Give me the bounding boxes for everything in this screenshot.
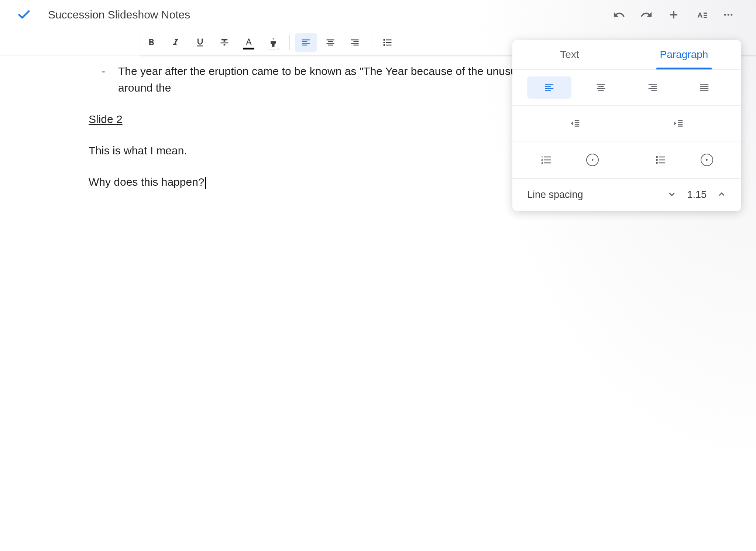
text-cursor — [205, 177, 206, 189]
line-spacing-increase-icon[interactable] — [717, 189, 726, 201]
bullet-dash: - — [89, 63, 118, 96]
header: Succession Slideshow Notes — [0, 0, 756, 30]
svg-point-10 — [383, 44, 385, 46]
italic-button[interactable] — [165, 33, 187, 52]
bulleted-list-button[interactable] — [655, 154, 667, 166]
align-left-button[interactable] — [295, 33, 317, 52]
svg-point-7 — [731, 14, 732, 16]
svg-point-6 — [728, 14, 729, 16]
svg-point-11 — [656, 156, 658, 158]
numbered-list-options-icon[interactable] — [586, 154, 599, 166]
highlight-button[interactable] — [262, 33, 284, 52]
bullet-list-button[interactable] — [377, 33, 399, 52]
increase-indent-button[interactable] — [630, 112, 726, 134]
strikethrough-button[interactable] — [213, 33, 236, 52]
svg-point-5 — [724, 14, 726, 16]
svg-point-12 — [656, 159, 658, 161]
align-center-button[interactable] — [319, 33, 341, 52]
undo-icon[interactable] — [613, 8, 625, 21]
panel-align-left[interactable] — [527, 76, 571, 99]
toolbar-divider — [371, 35, 371, 50]
text-color-button[interactable] — [238, 33, 260, 52]
redo-icon[interactable] — [640, 8, 653, 21]
tab-text[interactable]: Text — [512, 40, 627, 69]
line-spacing-value: 1.15 — [687, 189, 707, 201]
line-spacing-decrease-icon[interactable] — [667, 189, 677, 201]
panel-align-right[interactable] — [630, 76, 675, 99]
decrease-indent-button[interactable] — [527, 112, 623, 134]
document-title[interactable]: Succession Slideshow Notes — [48, 8, 190, 21]
bold-button[interactable] — [140, 33, 162, 52]
bulleted-list-options-icon[interactable] — [701, 154, 713, 166]
panel-align-center[interactable] — [579, 76, 623, 99]
svg-point-13 — [656, 162, 658, 164]
svg-point-8 — [383, 39, 385, 41]
done-check-icon[interactable] — [15, 7, 33, 22]
numbered-list-button[interactable] — [540, 154, 552, 166]
insert-icon[interactable] — [667, 8, 680, 21]
toolbar-divider — [289, 35, 290, 50]
tab-paragraph[interactable]: Paragraph — [627, 40, 741, 69]
underline-button[interactable] — [189, 33, 211, 52]
more-icon[interactable] — [723, 9, 734, 20]
text-format-icon[interactable] — [695, 8, 708, 21]
align-right-button[interactable] — [344, 33, 366, 52]
line-spacing-label: Line spacing — [527, 189, 583, 201]
format-panel: Text Paragraph — [512, 40, 741, 211]
panel-align-justify[interactable] — [682, 76, 726, 99]
svg-point-9 — [383, 42, 385, 44]
